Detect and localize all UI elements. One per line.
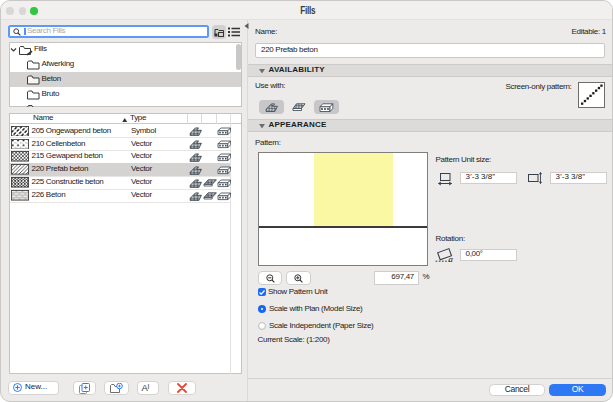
svg-text:α: α bbox=[448, 254, 453, 263]
